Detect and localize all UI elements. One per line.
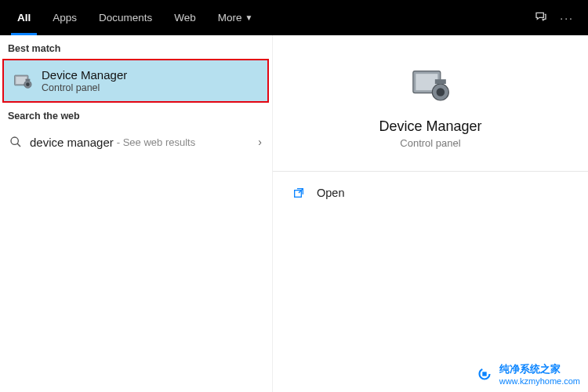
open-action[interactable]: Open (273, 172, 588, 214)
watermark: 纯净系统之家 www.kzmyhome.com (474, 362, 580, 386)
chevron-right-icon: › (258, 136, 262, 148)
web-search-result[interactable]: device manager - See web results › (0, 126, 271, 158)
tab-label: Web (174, 12, 196, 24)
tab-label: Apps (53, 12, 77, 24)
tab-label: More (218, 12, 242, 24)
tab-label: All (17, 12, 31, 24)
open-label: Open (317, 187, 344, 199)
svg-rect-14 (482, 372, 486, 376)
web-hint-text: - See web results (117, 136, 195, 148)
open-icon (292, 186, 306, 200)
web-query-text: device manager (30, 136, 114, 149)
svg-point-3 (26, 82, 30, 86)
svg-line-6 (17, 143, 20, 147)
tab-documents[interactable]: Documents (88, 0, 163, 35)
result-title: Device Manager (42, 68, 127, 82)
tab-more[interactable]: More ▼ (207, 0, 264, 35)
svg-rect-11 (435, 79, 446, 84)
search-filter-tabs: All Apps Documents Web More ▼ ··· (0, 0, 588, 35)
result-subtitle: Control panel (42, 82, 127, 93)
detail-subtitle: Control panel (273, 137, 588, 149)
svg-rect-4 (26, 79, 31, 81)
watermark-line2: www.kzmyhome.com (499, 376, 580, 386)
tab-label: Documents (99, 12, 152, 24)
results-pane: Best match Device Manager Control panel … (0, 35, 272, 392)
more-options-icon[interactable]: ··· (560, 12, 574, 24)
best-match-result[interactable]: Device Manager Control panel (2, 59, 269, 103)
tab-all[interactable]: All (6, 0, 42, 35)
watermark-logo-icon (474, 364, 495, 384)
chevron-down-icon: ▼ (245, 13, 253, 22)
device-manager-icon (12, 70, 34, 92)
device-manager-icon (405, 59, 456, 109)
tab-web[interactable]: Web (163, 0, 207, 35)
feedback-icon[interactable] (535, 10, 547, 25)
best-match-heading: Best match (0, 35, 271, 59)
svg-point-5 (11, 137, 18, 144)
detail-pane: Device Manager Control panel Open 纯净系统之家… (272, 35, 588, 392)
search-web-heading: Search the web (0, 103, 271, 126)
detail-title: Device Manager (273, 118, 588, 135)
tab-apps[interactable]: Apps (42, 0, 88, 35)
watermark-line1: 纯净系统之家 (499, 362, 580, 376)
svg-point-10 (437, 88, 445, 96)
detail-card: Device Manager Control panel (273, 35, 588, 172)
search-icon (8, 134, 24, 150)
